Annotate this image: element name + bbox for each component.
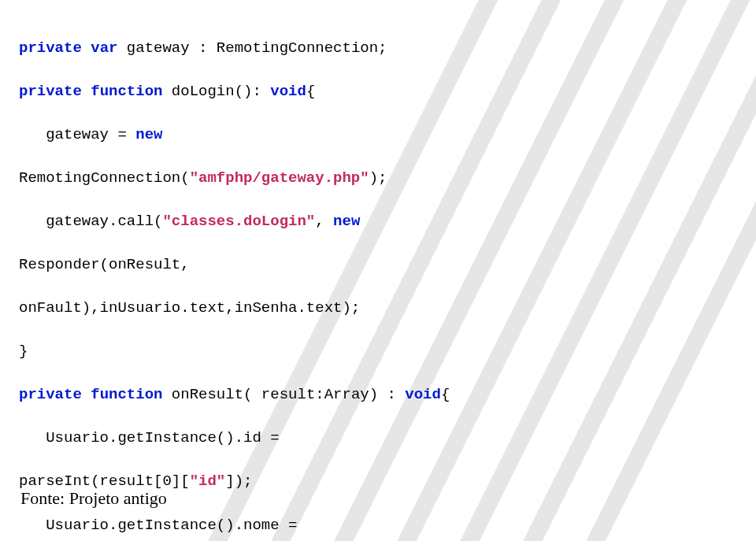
code-line: } — [19, 341, 737, 363]
code-line: private function doLogin(): void{ — [19, 81, 737, 103]
code-block: private var gateway : RemotingConnection… — [19, 16, 737, 541]
code-line: private var gateway : RemotingConnection… — [19, 38, 737, 60]
code-line: gateway.call("classes.doLogin", new — [19, 211, 737, 233]
slide-content: private var gateway : RemotingConnection… — [0, 0, 756, 541]
code-line: Responder(onResult, — [19, 254, 737, 276]
code-line: parseInt(result[0]["id"]); — [19, 471, 737, 493]
code-line: Usuario.getInstance().id = — [19, 428, 737, 450]
code-line: gateway = new — [19, 124, 737, 146]
code-line: Usuario.getInstance().nome = — [19, 515, 737, 537]
code-line: RemotingConnection("amfphp/gateway.php")… — [19, 168, 737, 190]
code-line: private function onResult( result:Array)… — [19, 384, 737, 406]
code-line: onFault),inUsuario.text,inSenha.text); — [19, 298, 737, 320]
